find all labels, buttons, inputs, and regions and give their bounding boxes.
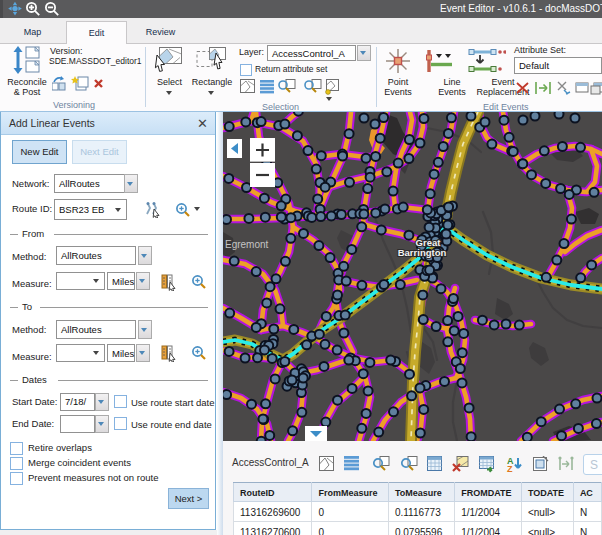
svg-text:Egremont: Egremont [225, 239, 269, 250]
svg-text:Barrington: Barrington [398, 247, 447, 258]
svg-text:Z: Z [507, 464, 513, 473]
